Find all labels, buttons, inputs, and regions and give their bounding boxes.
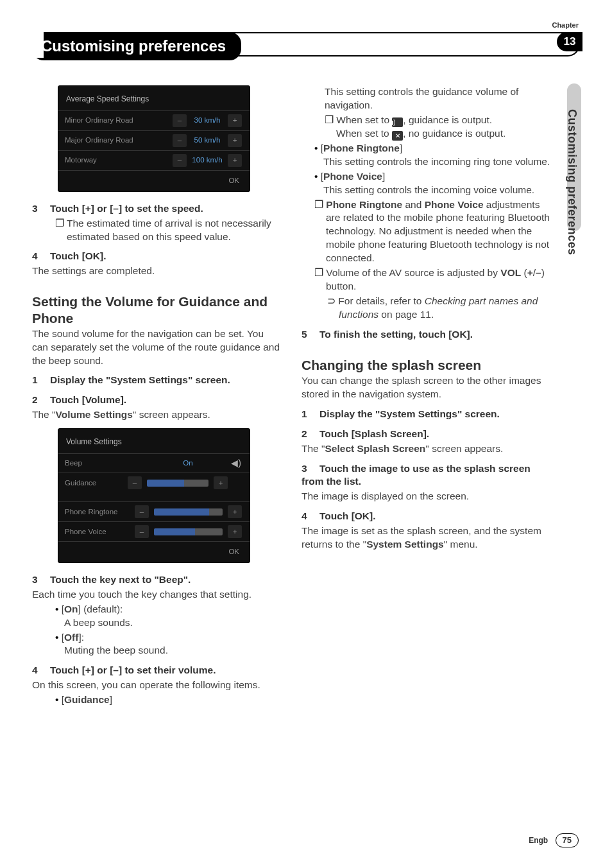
bullet-desc: A beep sounds. xyxy=(64,616,282,630)
note-bluetooth: Phone Ringtone and Phone Voice adjustmen… xyxy=(314,198,552,266)
step-5: 5To finish the setting, touch [OK]. xyxy=(302,328,552,342)
fig1-row: Minor Ordinary Road – 30 km/h + xyxy=(58,110,250,130)
step-text: Touch the key next to "Beep". xyxy=(50,574,191,585)
step-2: 2Touch [Splash Screen]. xyxy=(302,428,552,441)
volume-bar xyxy=(154,508,223,516)
step-text: Display the "System Settings" screen. xyxy=(50,374,230,385)
note-speaker-off: When set to ✕, no guidance is output. xyxy=(336,127,552,141)
fig1-row: Motorway – 100 km/h + xyxy=(58,150,250,170)
fig1-row: Major Ordinary Road – 50 km/h + xyxy=(58,130,250,150)
left-column: Average Speed Settings Minor Ordinary Ro… xyxy=(32,85,282,707)
step-text: To finish the setting, touch [OK]. xyxy=(319,329,473,340)
fig1-row-label: Motorway xyxy=(65,155,171,166)
section-heading-splash: Changing the splash screen xyxy=(302,357,552,373)
fig2-label: Beep xyxy=(65,458,147,469)
fig2-label: Phone Voice xyxy=(65,527,133,537)
minus-button[interactable]: – xyxy=(173,134,187,147)
plus-button[interactable]: + xyxy=(214,476,228,489)
plus-button[interactable]: + xyxy=(228,134,242,147)
step-text: Touch the image to use as the splash scr… xyxy=(302,463,531,487)
ok-button[interactable]: OK xyxy=(58,541,250,562)
step-text: Display the "System Settings" screen. xyxy=(319,408,500,419)
body-text: This setting controls the incoming voice… xyxy=(323,184,552,197)
fig-average-speed: Average Speed Settings Minor Ordinary Ro… xyxy=(58,85,250,192)
plus-button[interactable]: + xyxy=(228,525,242,538)
plus-button[interactable]: + xyxy=(228,505,242,518)
bullet-on: [On] (default): xyxy=(55,603,282,616)
fig1-row-value: 50 km/h xyxy=(188,135,226,146)
ok-button[interactable]: OK xyxy=(58,170,250,191)
minus-button[interactable]: – xyxy=(173,154,187,167)
minus-button[interactable]: – xyxy=(135,525,149,538)
minus-button[interactable]: – xyxy=(173,114,187,127)
step-3: 3Touch [+] or [–] to set the speed. xyxy=(32,202,282,216)
side-tab-label: Customising preferences xyxy=(565,109,580,256)
step-3: 3Touch the image to use as the splash sc… xyxy=(302,462,552,489)
step-4b: 4Touch [+] or [–] to set their volume. xyxy=(32,664,282,677)
plus-button[interactable]: + xyxy=(228,114,242,127)
fig1-row-label: Minor Ordinary Road xyxy=(65,116,171,126)
right-column: This setting controls the guidance volum… xyxy=(302,85,552,707)
bullet-voice: [Phone Voice] xyxy=(314,170,552,184)
step-text: Touch [Splash Screen]. xyxy=(319,428,429,439)
step-text: Touch [+] or [–] to set their volume. xyxy=(50,664,216,675)
bullet-ringtone: [Phone Ringtone] xyxy=(314,142,552,155)
fig2-voice-row: Phone Voice – + xyxy=(58,521,250,541)
body-text: The sound volume for the navigation can … xyxy=(32,327,282,368)
step-text: Touch [OK]. xyxy=(50,250,106,261)
body-text: This setting controls the guidance volum… xyxy=(325,85,552,112)
body-text: You can change the splash screen to the … xyxy=(302,374,552,401)
fig2-ringtone-row: Phone Ringtone – + xyxy=(58,501,250,521)
speaker-off-icon: ✕ xyxy=(392,131,403,141)
page-number: 75 xyxy=(556,833,579,847)
step-text: Touch [+] or [–] to set the speed. xyxy=(50,203,203,214)
speaker-on-icon: ◀) xyxy=(392,117,403,127)
fig2-label: Phone Ringtone xyxy=(65,507,133,517)
fig-volume-settings: Volume Settings Beep On ◀) Guidance – + … xyxy=(58,428,250,563)
step-2: 2Touch [Volume]. xyxy=(32,394,282,407)
body-text: On this screen, you can operate the foll… xyxy=(32,679,282,692)
step-text: Touch [OK]. xyxy=(319,510,376,521)
footer-lang: Engb xyxy=(529,836,548,845)
minus-button[interactable]: – xyxy=(128,476,142,489)
body-text: The "Select Splash Screen" screen appear… xyxy=(302,442,552,456)
fig1-title: Average Speed Settings xyxy=(58,91,250,110)
body-text: The image is displayed on the screen. xyxy=(302,490,552,503)
fig2-beep-row: Beep On ◀) xyxy=(58,453,250,473)
volume-bar xyxy=(154,528,223,535)
step-1: 1Display the "System Settings" screen. xyxy=(32,374,282,387)
step-3b: 3Touch the key next to "Beep". xyxy=(32,573,282,587)
body-text: The "Volume Settings" screen appears. xyxy=(32,408,282,422)
note: The estimated time of arrival is not nec… xyxy=(55,217,282,244)
bullet-off: [Off]: xyxy=(55,631,282,645)
bullet-guidance: [Guidance] xyxy=(55,693,282,707)
note-speaker-on: When set to ◀), guidance is output. xyxy=(325,114,552,127)
plus-button[interactable]: + xyxy=(228,154,242,167)
fig2-title: Volume Settings xyxy=(58,434,250,453)
body-text: This setting controls the incoming ring … xyxy=(323,155,552,169)
cross-ref: For details, refer to Checking part name… xyxy=(327,295,552,322)
step-1: 1Display the "System Settings" screen. xyxy=(302,408,552,421)
bullet-desc: Muting the beep sound. xyxy=(64,644,282,657)
note-av-volume: Volume of the AV source is adjusted by V… xyxy=(314,266,552,293)
minus-button[interactable]: – xyxy=(135,505,149,518)
fig2-guidance-row: Guidance – + xyxy=(58,473,250,492)
step-text: Touch [Volume]. xyxy=(50,394,126,405)
beep-toggle[interactable]: On xyxy=(147,458,229,469)
speaker-icon: ◀) xyxy=(229,457,243,469)
footer: Engb 75 xyxy=(529,833,579,847)
body-text: The image is set as the splash screen, a… xyxy=(302,525,552,551)
step-4: 4Touch [OK]. xyxy=(32,250,282,263)
volume-bar xyxy=(147,480,208,487)
section-heading-volume: Setting the Volume for Guidance and Phon… xyxy=(32,293,282,326)
fig2-label: Guidance xyxy=(65,478,126,489)
body-text: The settings are completed. xyxy=(32,265,282,278)
step-4: 4Touch [OK]. xyxy=(302,510,552,523)
fig1-row-value: 100 km/h xyxy=(188,155,226,166)
chapter-label: Chapter xyxy=(552,21,579,30)
title-rule xyxy=(32,32,580,56)
body-text: Each time you touch the key changes that… xyxy=(32,588,282,602)
fig1-row-value: 30 km/h xyxy=(188,116,226,126)
fig1-row-label: Major Ordinary Road xyxy=(65,135,171,146)
